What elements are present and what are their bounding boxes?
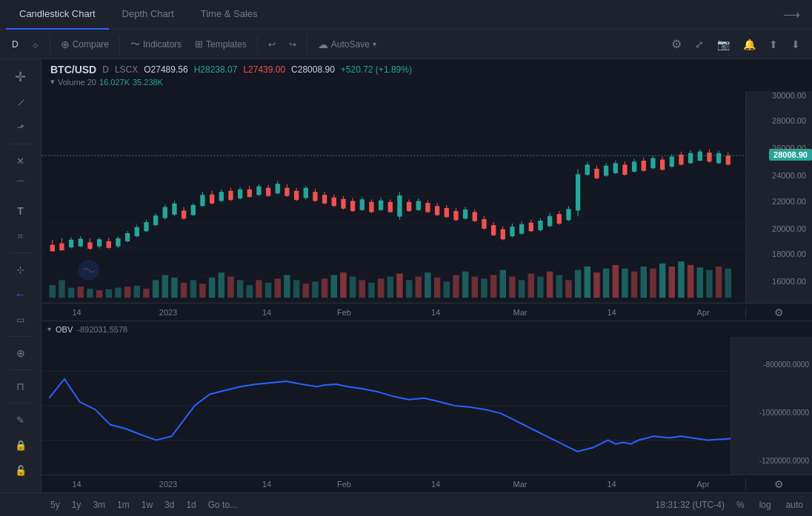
obv-time-feb: Feb — [337, 480, 351, 489]
svg-rect-13 — [134, 286, 140, 298]
fullscreen-button[interactable]: ⤢ — [689, 36, 710, 53]
svg-rect-130 — [294, 191, 299, 200]
svg-rect-184 — [548, 216, 552, 227]
svg-rect-148 — [379, 201, 383, 210]
svg-rect-66 — [631, 272, 637, 298]
log-button[interactable]: log — [756, 498, 774, 512]
tf-3m[interactable]: 3m — [87, 498, 111, 512]
auto-button[interactable]: auto — [783, 498, 806, 512]
volume-label: Volume 20 — [58, 78, 96, 87]
price-level-30000: 30000.00 — [772, 91, 806, 100]
price-level-22000: 22000.00 — [772, 197, 806, 206]
eraser-tool[interactable]: ✕ — [7, 149, 34, 172]
price-scale-main: 30000.00 28000.00 28008.90 26000.00 2400… — [745, 91, 812, 303]
svg-rect-112 — [210, 195, 214, 204]
collapse-right-button[interactable]: ⟶ — [777, 4, 806, 24]
tool-sep1 — [9, 144, 33, 144]
svg-rect-176 — [510, 227, 514, 236]
publish-button[interactable]: ⬆ — [763, 36, 784, 53]
screenshot-button[interactable]: 📷 — [711, 36, 736, 53]
svg-rect-9 — [96, 290, 102, 298]
svg-rect-10 — [106, 289, 112, 298]
svg-rect-160 — [435, 206, 439, 215]
svg-rect-63 — [603, 269, 609, 298]
vwap-tool[interactable]: ⌗ — [7, 224, 34, 248]
svg-rect-73 — [697, 267, 703, 298]
undo-button[interactable]: ↩ — [262, 36, 282, 53]
download-button[interactable]: ⬇ — [785, 36, 806, 53]
obv-scale-settings[interactable]: ⚙ — [745, 478, 812, 490]
price-level-20000: 20000.00 — [772, 224, 806, 233]
magnet-tool[interactable]: ⊓ — [7, 375, 34, 398]
tf-1d[interactable]: 1d — [180, 498, 202, 512]
measure-tool[interactable]: ⊹ — [7, 258, 34, 281]
tf-5y[interactable]: 5y — [44, 498, 66, 512]
zoom-tool[interactable]: ⊕ — [7, 341, 34, 365]
lock2-tool[interactable]: 🔓 — [7, 458, 34, 482]
sep3 — [257, 36, 258, 53]
obv-chart[interactable] — [41, 337, 731, 475]
candlestick-chart[interactable] — [41, 91, 745, 303]
tf-1m[interactable]: 1m — [111, 498, 136, 512]
toolbar: D ⬦ ⊕ Compare 〜 Indicators ⊞ Templates ↩… — [0, 30, 812, 59]
svg-rect-75 — [716, 267, 722, 298]
svg-rect-210 — [670, 157, 674, 167]
svg-rect-192 — [585, 164, 590, 175]
percent-button[interactable]: % — [733, 498, 748, 512]
redo-button[interactable]: ↪ — [283, 36, 302, 53]
indicators-button[interactable]: 〜 Indicators — [124, 35, 187, 54]
obv-time-14b: 14 — [262, 480, 271, 489]
svg-rect-31 — [303, 284, 309, 298]
settings-button[interactable]: ⚙ — [665, 34, 688, 54]
obv-collapse-button[interactable]: ▾ — [47, 325, 51, 333]
svg-rect-132 — [304, 188, 308, 198]
obv-scale: -800000.0000 -1000000.0000 -1200000.0000 — [731, 337, 812, 475]
svg-rect-186 — [557, 214, 562, 224]
collapse-vol[interactable]: ▾ — [50, 77, 55, 87]
svg-rect-110 — [200, 195, 204, 206]
tf-1w[interactable]: 1w — [136, 498, 159, 512]
text-tool[interactable]: T — [7, 199, 34, 223]
price-high: H28238.07 — [194, 64, 238, 75]
alert-button[interactable]: 🔔 — [737, 36, 762, 53]
svg-rect-53 — [509, 277, 515, 298]
watermark — [79, 260, 99, 281]
tf-3d[interactable]: 3d — [159, 498, 180, 512]
exchange: LSCX — [115, 64, 138, 75]
trend-line-tool[interactable]: ─ — [2, 84, 38, 120]
templates-button[interactable]: ⊞ Templates — [189, 36, 253, 53]
left-toolbar: ✛ ─ ⬏ ✕ ⌒ T ⌗ ⊹ ← ▭ ⊕ ⊓ ✎ 🔒 🔓 — [0, 59, 41, 492]
compare-button[interactable]: ⊕ Compare — [55, 36, 115, 53]
autosave-button[interactable]: ☁ AutoSave ▾ — [312, 36, 382, 53]
chart-type-button[interactable]: ⬦ — [26, 35, 45, 54]
pencil-tool[interactable]: ✎ — [7, 408, 34, 432]
svg-rect-56 — [537, 277, 543, 298]
svg-rect-94 — [125, 233, 130, 241]
tab-depth[interactable]: Depth Chart — [109, 0, 187, 30]
ruler-tool[interactable]: ▭ — [7, 308, 34, 332]
tab-timesales[interactable]: Time & Sales — [187, 0, 271, 30]
undo-icon: ↩ — [268, 39, 276, 50]
lock-tool[interactable]: 🔒 — [7, 433, 34, 457]
back-tool[interactable]: ← — [7, 283, 34, 306]
svg-rect-47 — [453, 275, 459, 298]
svg-rect-216 — [698, 152, 702, 161]
polyline-tool[interactable]: ⌒ — [7, 174, 34, 198]
svg-rect-46 — [444, 281, 450, 298]
goto-button[interactable]: Go to... — [202, 498, 243, 512]
svg-rect-128 — [284, 188, 289, 196]
price-low: L27439.00 — [243, 64, 285, 75]
svg-rect-222 — [726, 155, 731, 164]
svg-rect-74 — [706, 270, 712, 298]
tab-candlestick[interactable]: Candlestick Chart — [6, 0, 109, 30]
timeframe-button[interactable]: D — [6, 36, 24, 53]
svg-rect-138 — [332, 198, 336, 207]
svg-rect-82 — [69, 240, 73, 247]
svg-rect-202 — [632, 161, 636, 172]
svg-rect-90 — [107, 241, 111, 248]
svg-rect-38 — [368, 283, 374, 298]
svg-rect-136 — [322, 195, 327, 204]
svg-rect-55 — [528, 274, 534, 298]
tf-1y[interactable]: 1y — [66, 498, 87, 512]
time-scale-settings[interactable]: ⚙ — [745, 306, 812, 318]
